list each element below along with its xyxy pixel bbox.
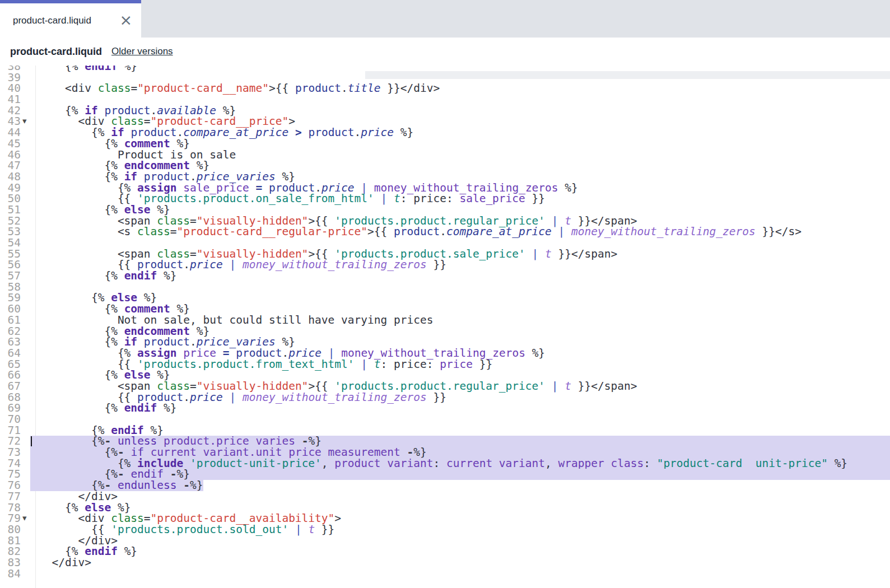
line-number[interactable]: 45 <box>0 138 35 150</box>
code-line[interactable]: 40 <div class="product-card__name">{{ pr… <box>0 83 890 94</box>
line-number[interactable]: 44 <box>0 127 35 138</box>
line-number[interactable]: 54 <box>0 237 35 249</box>
line-number[interactable]: 73 <box>0 447 35 458</box>
line-number[interactable]: 63 <box>0 337 35 348</box>
tab-label: product-card.liquid <box>13 15 119 26</box>
code-line[interactable]: 69 {% endif %} <box>0 403 890 414</box>
fold-arrow-icon[interactable]: ▾ <box>22 513 27 524</box>
tab-bar: product-card.liquid × <box>0 0 890 38</box>
line-number[interactable]: 79▾ <box>0 513 35 524</box>
code-line[interactable]: 84 <box>0 568 890 580</box>
line-number[interactable]: 51 <box>0 204 35 216</box>
code-line[interactable]: 77 </div> <box>0 491 890 502</box>
file-header: product-card.liquid Older versions <box>0 38 890 66</box>
line-number[interactable]: 64 <box>0 348 35 359</box>
code-line[interactable]: 83 </div> <box>0 557 890 568</box>
line-number[interactable]: 76 <box>0 480 35 491</box>
line-number[interactable]: 60 <box>0 304 35 315</box>
line-number[interactable]: 61 <box>0 315 35 326</box>
fold-arrow-icon[interactable]: ▾ <box>22 116 27 127</box>
line-number[interactable]: 83 <box>0 557 35 568</box>
line-number[interactable]: 66 <box>0 370 35 381</box>
file-title: product-card.liquid <box>10 46 102 58</box>
line-number[interactable]: 80 <box>0 524 35 535</box>
line-number[interactable]: 82 <box>0 546 35 557</box>
line-number[interactable]: 57 <box>0 270 35 282</box>
line-number[interactable]: 70 <box>0 414 35 425</box>
older-versions-link[interactable]: Older versions <box>111 46 173 57</box>
line-number[interactable]: 77 <box>0 491 35 502</box>
code-editor-window: product-card.liquid × product-card.liqui… <box>0 0 890 588</box>
text-cursor <box>31 436 32 446</box>
code-line[interactable]: 76 {%- endunless -%} <box>0 480 890 491</box>
line-number[interactable]: 67 <box>0 381 35 392</box>
code-editor[interactable]: 38 {% endif %}3940 <div class="product-c… <box>0 66 890 588</box>
code-line[interactable]: 57 {% endif %} <box>0 270 890 282</box>
code-lines: 38 {% endif %}3940 <div class="product-c… <box>0 66 890 579</box>
code-line[interactable]: 80 {{ 'products.product.sold_out' | t }} <box>0 524 890 535</box>
code-line[interactable]: 38 {% endif %} <box>0 66 890 72</box>
line-number[interactable]: 47 <box>0 160 35 171</box>
close-icon[interactable]: × <box>119 12 132 27</box>
code-line[interactable]: 82 {% endif %} <box>0 546 890 557</box>
line-number[interactable]: 48 <box>0 171 35 183</box>
tab-product-card-liquid[interactable]: product-card.liquid × <box>0 0 141 38</box>
code-line[interactable]: 53 <s class="product-card__regular-price… <box>0 226 890 237</box>
line-number[interactable]: 50 <box>0 193 35 204</box>
line-number[interactable]: 84 <box>0 568 35 580</box>
line-number[interactable]: 41 <box>0 94 35 105</box>
